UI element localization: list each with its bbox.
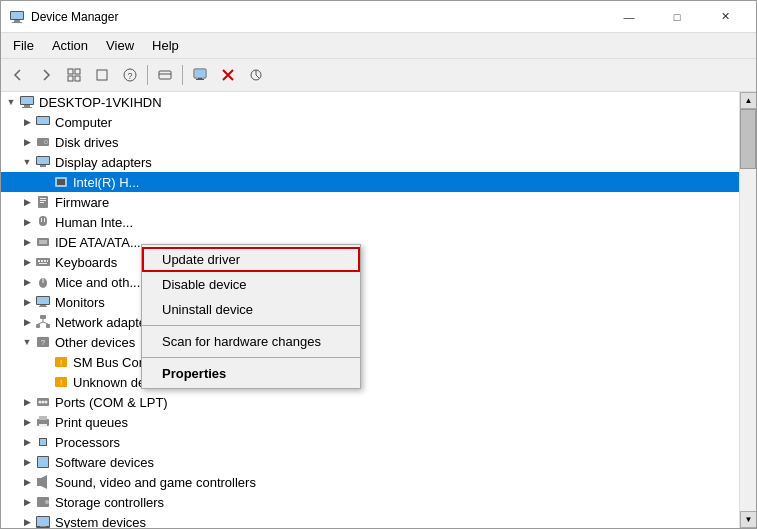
tree-item-computer[interactable]: ▶ Computer — [1, 112, 739, 132]
keyboard-icon — [35, 254, 51, 270]
keyboard-expand-icon[interactable]: ▶ — [19, 254, 35, 270]
root-label: DESKTOP-1VKIHDN — [39, 95, 162, 110]
svg-rect-50 — [37, 297, 49, 304]
scroll-track[interactable] — [740, 109, 756, 511]
tree-item-sound[interactable]: ▶ Sound, video and game controllers — [1, 472, 739, 492]
svg-rect-16 — [196, 79, 204, 80]
tree-item-display[interactable]: ▼ Display adapters — [1, 152, 739, 172]
forward-button[interactable] — [33, 62, 59, 88]
svg-rect-51 — [40, 305, 46, 306]
svg-rect-81 — [40, 526, 46, 527]
software-icon — [35, 454, 51, 470]
menu-action[interactable]: Action — [44, 35, 96, 56]
other-expand-icon[interactable]: ▼ — [19, 334, 35, 350]
root-expand-icon[interactable]: ▼ — [3, 94, 19, 110]
scroll-thumb[interactable] — [740, 109, 756, 169]
scroll-up-button[interactable]: ▲ — [740, 92, 756, 109]
ide-expand-icon[interactable]: ▶ — [19, 234, 35, 250]
svg-point-66 — [39, 401, 42, 404]
svg-rect-70 — [39, 416, 47, 420]
toolbar-separator-1 — [147, 65, 148, 85]
properties-button[interactable] — [152, 62, 178, 88]
svg-rect-40 — [39, 240, 47, 244]
system-icon — [35, 514, 51, 528]
processors-label: Processors — [55, 435, 120, 450]
svg-rect-15 — [198, 78, 202, 79]
sound-expand-icon[interactable]: ▶ — [19, 474, 35, 490]
collapse-all-button[interactable] — [89, 62, 115, 88]
display-expand-icon[interactable]: ▼ — [19, 154, 35, 170]
svg-rect-20 — [24, 105, 30, 107]
hid-icon — [35, 214, 51, 230]
storage-expand-icon[interactable]: ▶ — [19, 494, 35, 510]
system-expand-icon[interactable]: ▶ — [19, 514, 35, 528]
svg-point-78 — [45, 500, 49, 504]
tree-item-intel[interactable]: Intel(R) H... — [1, 172, 739, 192]
disk-expand-icon[interactable]: ▶ — [19, 134, 35, 150]
software-expand-icon[interactable]: ▶ — [19, 454, 35, 470]
ctx-scan-hardware[interactable]: Scan for hardware changes — [142, 329, 360, 354]
tree-item-other[interactable]: ▼ ? Other devices — [1, 332, 739, 352]
menu-view[interactable]: View — [98, 35, 142, 56]
menu-help[interactable]: Help — [144, 35, 187, 56]
processors-expand-icon[interactable]: ▶ — [19, 434, 35, 450]
close-button[interactable]: ✕ — [702, 2, 748, 32]
scan-button[interactable] — [243, 62, 269, 88]
network-expand-icon[interactable]: ▶ — [19, 314, 35, 330]
tree-item-software[interactable]: ▶ Software devices — [1, 452, 739, 472]
menu-file[interactable]: File — [5, 35, 42, 56]
display-icon — [35, 154, 51, 170]
tree-item-mice[interactable]: ▶ Mice and oth... — [1, 272, 739, 292]
mice-expand-icon[interactable]: ▶ — [19, 274, 35, 290]
computer-expand-icon[interactable]: ▶ — [19, 114, 35, 130]
tree-item-smbus[interactable]: ! SM Bus Controller — [1, 352, 739, 372]
storage-label: Storage controllers — [55, 495, 164, 510]
tree-root[interactable]: ▼ DESKTOP-1VKIHDN — [1, 92, 739, 112]
ctx-update-driver[interactable]: Update driver — [142, 247, 360, 272]
tree-item-print[interactable]: ▶ Print queues — [1, 412, 739, 432]
tree-panel[interactable]: ▼ DESKTOP-1VKIHDN ▶ — [1, 92, 739, 528]
tree-item-storage[interactable]: ▶ Storage controllers — [1, 492, 739, 512]
ctx-properties[interactable]: Properties — [142, 361, 360, 386]
window-title: Device Manager — [31, 10, 118, 24]
hid-expand-icon[interactable]: ▶ — [19, 214, 35, 230]
intel-expand-icon[interactable] — [37, 174, 53, 190]
svg-line-57 — [38, 322, 43, 324]
title-bar-left: Device Manager — [9, 9, 118, 25]
help-button[interactable]: ? — [117, 62, 143, 88]
tree-item-firmware[interactable]: ▶ Firmware — [1, 192, 739, 212]
tree-item-processors[interactable]: ▶ Processors — [1, 432, 739, 452]
monitors-expand-icon[interactable]: ▶ — [19, 294, 35, 310]
tree-item-hid[interactable]: ▶ Human Inte... — [1, 212, 739, 232]
print-expand-icon[interactable]: ▶ — [19, 414, 35, 430]
firmware-expand-icon[interactable]: ▶ — [19, 194, 35, 210]
svg-rect-28 — [37, 157, 49, 164]
uninstall-button[interactable] — [215, 62, 241, 88]
svg-rect-5 — [75, 69, 80, 74]
monitor-button[interactable] — [187, 62, 213, 88]
tree-item-ports[interactable]: ▶ Ports (COM & LPT) — [1, 392, 739, 412]
minimize-button[interactable]: — — [606, 2, 652, 32]
expand-all-button[interactable] — [61, 62, 87, 88]
scroll-down-button[interactable]: ▼ — [740, 511, 756, 528]
processor-icon — [35, 434, 51, 450]
tree-item-system[interactable]: ▶ System devices — [1, 512, 739, 528]
ctx-uninstall-device[interactable]: Uninstall device — [142, 297, 360, 322]
svg-rect-54 — [36, 324, 40, 328]
tree-item-network[interactable]: ▶ Network adapters — [1, 312, 739, 332]
back-button[interactable] — [5, 62, 31, 88]
svg-rect-55 — [46, 324, 50, 328]
tree-item-disk[interactable]: ▶ Disk drives — [1, 132, 739, 152]
svg-rect-11 — [159, 71, 171, 79]
sound-icon — [35, 474, 51, 490]
maximize-button[interactable]: □ — [654, 2, 700, 32]
tree-item-unknown[interactable]: ! Unknown device — [1, 372, 739, 392]
ports-expand-icon[interactable]: ▶ — [19, 394, 35, 410]
tree-item-ide[interactable]: ▶ IDE ATA/ATA... — [1, 232, 739, 252]
ctx-disable-device[interactable]: Disable device — [142, 272, 360, 297]
toolbar: ? — [1, 59, 756, 92]
svg-rect-43 — [41, 260, 43, 262]
tree-item-keyboard[interactable]: ▶ Keyboards — [1, 252, 739, 272]
tree-item-monitors[interactable]: ▶ Monitors — [1, 292, 739, 312]
svg-rect-23 — [37, 117, 49, 124]
